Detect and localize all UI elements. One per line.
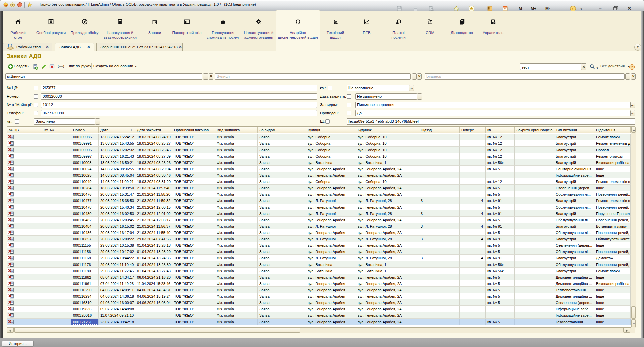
svg-text:?: ? bbox=[631, 65, 633, 69]
svg-text:31: 31 bbox=[504, 8, 507, 11]
svg-text:i: i bbox=[572, 7, 573, 11]
svg-text:1С: 1С bbox=[4, 4, 7, 6]
